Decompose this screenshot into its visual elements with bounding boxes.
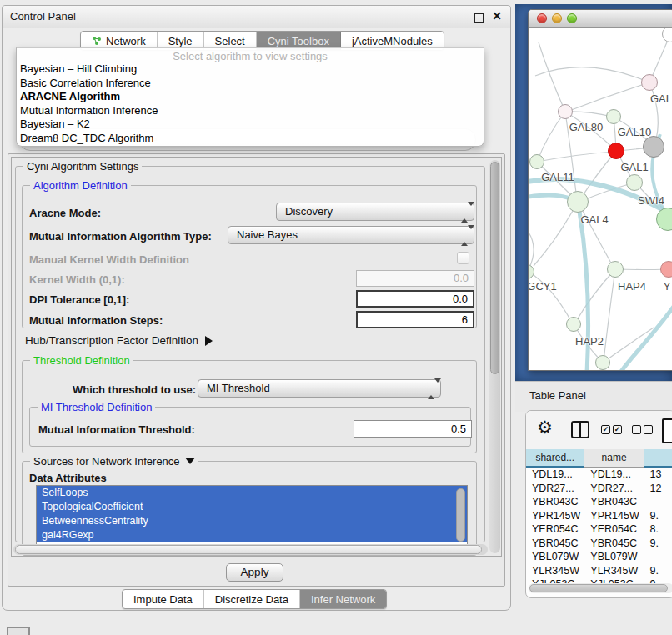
- gear-icon[interactable]: ⚙: [537, 418, 553, 438]
- node-gal[interactable]: [641, 74, 658, 91]
- cyni-settings-legend: Cyni Algorithm Settings: [23, 160, 142, 172]
- control-panel-window: Control Panel ✕ NetworkStyleSelectCyni T…: [2, 5, 511, 611]
- control-panel-titlebar[interactable]: Control Panel ✕: [3, 6, 510, 28]
- node-label-swi4: SWI4: [638, 194, 664, 207]
- kernel-width-label: Kernel Width (0,1):: [29, 273, 125, 286]
- algorithm-option[interactable]: ARACNE Algorithm: [17, 90, 484, 104]
- export-table-icon[interactable]: [662, 418, 672, 443]
- node-gal10[interactable]: [606, 109, 621, 124]
- dpi-tolerance-input[interactable]: 0.0: [356, 290, 474, 308]
- table-row[interactable]: YLR345WYLR345W9.: [526, 564, 672, 578]
- attribute-item[interactable]: gal4RGexp: [37, 528, 467, 542]
- table-row[interactable]: YBL079WYBL079W: [526, 550, 672, 564]
- panel-title: Control Panel: [10, 6, 76, 28]
- split-columns-icon[interactable]: [571, 421, 589, 438]
- bottom-tab-infer-network[interactable]: Infer Network: [300, 590, 386, 608]
- tab-label: Infer Network: [311, 593, 375, 606]
- algorithm-definition-legend: Algorithm Definition: [30, 179, 131, 192]
- close-window-icon[interactable]: ✕: [492, 9, 502, 22]
- kernel-width-input[interactable]: 0.0: [356, 270, 474, 287]
- attribute-item[interactable]: TopologicalCoefficient: [37, 500, 467, 514]
- column-header-name[interactable]: name: [584, 449, 644, 468]
- bottom-tab-discretize-data[interactable]: Discretize Data: [204, 590, 300, 608]
- close-traffic-light-icon[interactable]: [537, 13, 547, 23]
- node-gal11[interactable]: [529, 154, 544, 169]
- table-cell: YDR27...: [526, 482, 584, 496]
- mi-threshold-input[interactable]: 0.5: [354, 420, 472, 438]
- table-panel-title: Table Panel: [529, 389, 586, 402]
- table-row[interactable]: YDR27...YDR27...12: [526, 482, 672, 496]
- attribute-item[interactable]: BetweennessCentrality: [37, 514, 467, 528]
- table-cell: YLR345W: [584, 564, 644, 578]
- column-header-shared...[interactable]: shared...: [526, 449, 584, 468]
- tab-label: jActiveMNodules: [352, 35, 433, 48]
- node-hap4[interactable]: [607, 261, 624, 278]
- table-cell: 8.: [644, 522, 672, 537]
- node-hap2[interactable]: [566, 317, 581, 332]
- node-unlabeled[interactable]: [595, 355, 610, 370]
- minimized-panel-icon[interactable]: [7, 627, 30, 635]
- mi-threshold-legend: MI Threshold Definition: [38, 401, 155, 413]
- table-cell: YDL19...: [526, 468, 584, 482]
- node-table: shared...name YDL19...YDL19...13YDR27...…: [526, 449, 672, 592]
- sources-legend[interactable]: Sources for Network Inference: [30, 455, 198, 468]
- table-toolbar: ⚙ ✓✓: [526, 411, 672, 449]
- apply-button[interactable]: Apply: [226, 563, 283, 582]
- settings-panel: Cyni Algorithm Settings Algorithm Defini…: [8, 153, 505, 587]
- attribute-item[interactable]: SelfLoops: [37, 486, 467, 500]
- network-window-titlebar[interactable]: [529, 10, 672, 28]
- node-unlabeled[interactable]: [643, 136, 664, 158]
- aracne-mode-select[interactable]: Discovery: [276, 202, 474, 221]
- algorithm-option[interactable]: Bayesian – K2: [17, 118, 484, 132]
- table-row[interactable]: YBR043CYBR043C: [526, 495, 672, 509]
- table-row[interactable]: YPR145WYPR145W9.: [526, 509, 672, 523]
- node-swi4[interactable]: [626, 174, 643, 191]
- table-panel-header: Table Panel: [515, 381, 672, 412]
- deselect-all-columns-icon[interactable]: [632, 425, 653, 434]
- stepper-arrows-icon: [428, 382, 435, 395]
- hub-definition-disclosure[interactable]: Hub/Transcription Factor Definition: [25, 334, 213, 347]
- table-cell: YBR043C: [526, 495, 584, 509]
- algorithm-option[interactable]: Bayesian – Hill Climbing: [17, 62, 484, 77]
- table-cell: YDR27...: [584, 482, 644, 496]
- tab-label: Impute Data: [133, 593, 193, 606]
- minimize-traffic-light-icon[interactable]: [552, 13, 562, 23]
- float-window-icon[interactable]: [474, 12, 484, 23]
- settings-horizontal-scrollbar[interactable]: [13, 544, 488, 555]
- bottom-tab-impute-data[interactable]: Impute Data: [123, 590, 204, 608]
- mi-threshold-label: Mutual Information Threshold:: [38, 423, 195, 436]
- algorithm-dropdown: Select algorithm to view settings Bayesi…: [16, 48, 484, 147]
- algorithm-option[interactable]: Basic Correlation Inference: [17, 77, 484, 91]
- mi-steps-label: Mutual Information Steps:: [29, 314, 163, 327]
- network-canvas[interactable]: GALGAL80GAL10GAL1GAL11SWI4GAL4GCY1HAP4YH…: [515, 4, 672, 381]
- table-row[interactable]: YDL19...YDL19...13: [526, 468, 672, 482]
- mi-type-select[interactable]: Naive Bayes: [228, 226, 474, 244]
- manual-kernel-checkbox[interactable]: [457, 252, 469, 264]
- node-gal80[interactable]: [558, 104, 573, 119]
- mi-steps-input[interactable]: 6: [356, 311, 474, 328]
- list-scrollbar[interactable]: [456, 488, 465, 542]
- table-row[interactable]: YBR045CYBR045C9.: [526, 537, 672, 551]
- zoom-traffic-light-icon[interactable]: [567, 13, 577, 23]
- node-y[interactable]: [660, 261, 672, 278]
- algorithm-option[interactable]: Mutual Information Inference: [17, 104, 484, 118]
- table-row[interactable]: YER054CYER054C8.: [526, 522, 672, 537]
- node-gal4[interactable]: [567, 191, 589, 212]
- data-attributes-list[interactable]: SelfLoopsTopologicalCoefficientBetweenne…: [36, 485, 468, 548]
- table-horizontal-scrollbar[interactable]: [529, 583, 672, 593]
- table-panel: ⚙ ✓✓ shared...name YDL19...YDL19...13YDR…: [525, 410, 672, 598]
- which-threshold-select[interactable]: MI Threshold: [198, 379, 441, 398]
- node-label-gal80: GAL80: [569, 121, 603, 133]
- algorithm-option[interactable]: Dream8 DC_TDC Algorithm: [17, 132, 484, 146]
- node-label-y: Y: [664, 280, 671, 292]
- table-cell: YBL079W: [526, 550, 584, 564]
- table-cell: YPR145W: [526, 509, 584, 523]
- mi-threshold-group: MI Threshold Definition Mutual Informati…: [29, 407, 471, 447]
- node-label-hap2: HAP2: [575, 335, 604, 348]
- network-window: GALGAL80GAL10GAL1GAL11SWI4GAL4GCY1HAP4YH…: [528, 9, 672, 371]
- select-all-columns-icon[interactable]: ✓✓: [601, 425, 622, 434]
- node-gal1[interactable]: [608, 142, 624, 159]
- settings-vertical-scrollbar[interactable]: [489, 160, 500, 553]
- column-header-hidden[interactable]: [644, 449, 672, 468]
- network-graph[interactable]: GALGAL80GAL10GAL1GAL11SWI4GAL4GCY1HAP4YH…: [529, 28, 672, 370]
